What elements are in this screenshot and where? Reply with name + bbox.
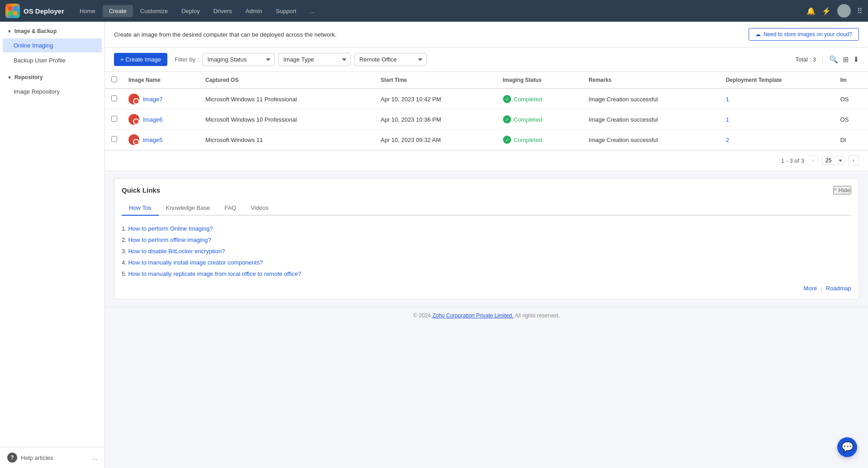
row-deployment-template: 2 [721, 130, 835, 150]
imaging-status-filter[interactable]: Imaging Status Completed Failed In Progr… [202, 53, 275, 66]
hide-quick-links-button[interactable]: ^ Hide [833, 186, 851, 194]
top-navigation: OS Deployer Home Create Customize Deploy… [0, 0, 868, 22]
sidebar-help[interactable]: ? Help articles ... [0, 447, 104, 468]
nav-drivers[interactable]: Drivers [207, 5, 238, 17]
tab-knowledge-base[interactable]: Knowledge Base [159, 201, 218, 216]
os-icon [128, 94, 139, 104]
row-checkbox-cell [105, 89, 123, 109]
row-im: DI [835, 130, 868, 150]
howto-link[interactable]: How to perform Online Imaging? [128, 225, 213, 232]
quick-links-section: Quick Links ^ Hide How Tos Knowledge Bas… [114, 178, 859, 299]
create-image-button[interactable]: + Create Image [114, 53, 167, 66]
image-name-link[interactable]: Image5 [128, 134, 194, 145]
row-remarks: Image Creation successful [583, 109, 720, 130]
image-name-link[interactable]: Image7 [128, 94, 194, 104]
logo-icon [5, 4, 20, 18]
footer-company-link[interactable]: Zoho Corporation Private Limited. [432, 312, 513, 319]
help-more-icon[interactable]: ... [92, 454, 97, 461]
app-logo[interactable]: OS Deployer [5, 4, 64, 18]
sidebar-section-repository[interactable]: ▼ Repository [0, 68, 104, 84]
deployment-template-link[interactable]: 1 [726, 116, 729, 123]
nav-home[interactable]: Home [73, 5, 102, 17]
footer-rights: All rights reserved. [515, 312, 560, 319]
nav-create[interactable]: Create [103, 5, 133, 17]
per-page-select[interactable]: 25 10 50 100 [822, 156, 844, 165]
images-table: Image Name Captured OS Start Time Imagin… [105, 72, 868, 150]
svg-rect-0 [8, 6, 12, 10]
header-image-name: Image Name [123, 72, 200, 89]
more-link[interactable]: More [804, 285, 817, 292]
pagination-range: 1 - 3 of 3 [781, 157, 804, 164]
nav-customize[interactable]: Customize [134, 5, 174, 17]
roadmap-link[interactable]: Roadmap [826, 285, 851, 292]
image-type-filter[interactable]: Image Type Windows Linux [278, 53, 351, 66]
nav-deploy[interactable]: Deploy [175, 5, 206, 17]
deployment-template-link[interactable]: 1 [726, 96, 729, 103]
lightning-icon[interactable]: ⚡ [822, 7, 831, 15]
prev-page-button[interactable]: ‹ [808, 155, 819, 166]
row-deployment-template: 1 [721, 89, 835, 109]
hide-btn-label: ^ Hide [834, 187, 850, 194]
deployment-template-link[interactable]: 2 [726, 137, 729, 143]
row-imaging-status: ✓ Completed [498, 89, 583, 109]
sidebar-item-online-imaging[interactable]: Online Imaging [3, 38, 102, 52]
howto-link[interactable]: How to manually install image creator co… [128, 259, 263, 266]
app-title: OS Deployer [24, 7, 64, 15]
cloud-icon: ☁ [755, 31, 761, 38]
howto-list-item: 4. How to manually install image creator… [122, 257, 851, 268]
toolbar-right: Total : 3 🔍 ⊞ ⬇ [795, 55, 859, 64]
chat-fab-button[interactable]: 💬 [837, 437, 857, 457]
grid-icon[interactable]: ⠿ [857, 7, 863, 15]
user-avatar[interactable] [837, 4, 851, 18]
header-checkbox-cell [105, 72, 123, 89]
image-name-link[interactable]: Image6 [128, 114, 194, 125]
cloud-storage-button[interactable]: ☁ Need to store images on your cloud? [749, 28, 859, 41]
howto-list-item: 2. How to perform offline imaging? [122, 234, 851, 246]
table-header-row: Image Name Captured OS Start Time Imagin… [105, 72, 868, 89]
select-all-checkbox[interactable] [111, 76, 117, 82]
total-count: Total : 3 [795, 56, 816, 63]
top-banner: Create an image from the desired compute… [105, 22, 868, 47]
cloud-btn-label: Need to store images on your cloud? [764, 31, 852, 38]
row-start-time: Apr 10, 2023 10:42 PM [375, 89, 498, 109]
table-row: Image6 Microsoft Windows 10 Professional… [105, 109, 868, 130]
howto-list-item: 1. How to perform Online Imaging? [122, 223, 851, 234]
quick-links-tabs: How Tos Knowledge Base FAQ Videos [122, 201, 851, 216]
tab-faq[interactable]: FAQ [217, 201, 243, 216]
header-remarks: Remarks [583, 72, 720, 89]
remote-office-filter[interactable]: Remote Office Local Office Remote Office [354, 53, 427, 66]
next-page-button[interactable]: › [848, 155, 859, 166]
status-badge: ✓ Completed [503, 115, 578, 123]
chevron-down-icon: ▼ [7, 29, 12, 34]
nav-support[interactable]: Support [270, 5, 303, 17]
top-menu: Home Create Customize Deploy Drivers Adm… [73, 5, 806, 17]
howto-list: 1. How to perform Online Imaging?2. How … [122, 223, 851, 279]
status-icon: ✓ [503, 136, 511, 144]
chevron-down-icon-repo: ▼ [7, 75, 12, 80]
row-checkbox[interactable] [111, 116, 117, 122]
sidebar-section-image-backup[interactable]: ▼ Image & Backup [0, 22, 104, 38]
status-icon: ✓ [503, 95, 511, 103]
nav-admin[interactable]: Admin [239, 5, 269, 17]
row-checkbox[interactable] [111, 136, 117, 142]
quick-links-title: Quick Links [122, 186, 160, 194]
nav-more[interactable]: ... [304, 5, 321, 17]
bell-icon[interactable]: 🔔 [806, 7, 816, 15]
download-icon[interactable]: ⬇ [853, 55, 859, 64]
search-icon[interactable]: 🔍 [829, 55, 838, 64]
howto-link[interactable]: How to manually replicate image from loc… [128, 270, 301, 277]
grid-view-icon[interactable]: ⊞ [843, 55, 849, 64]
footer-divider: | [821, 285, 822, 292]
header-im: Im [835, 72, 868, 89]
row-im: OS [835, 109, 868, 130]
sidebar-item-backup-user-profile[interactable]: Backup User Profile [3, 53, 102, 67]
tab-howtos[interactable]: How Tos [122, 201, 159, 216]
tab-videos[interactable]: Videos [243, 201, 276, 216]
sidebar-item-image-repository[interactable]: Image Repository [3, 85, 102, 99]
topnav-right: 🔔 ⚡ ⠿ [806, 4, 863, 18]
howto-link[interactable]: How to perform offline imaging? [128, 236, 211, 243]
row-checkbox-cell [105, 130, 123, 150]
howto-link[interactable]: How to disable BitLocker encryption? [128, 248, 225, 255]
sidebar-section-label-repo: Repository [14, 74, 43, 80]
row-checkbox[interactable] [111, 95, 117, 101]
